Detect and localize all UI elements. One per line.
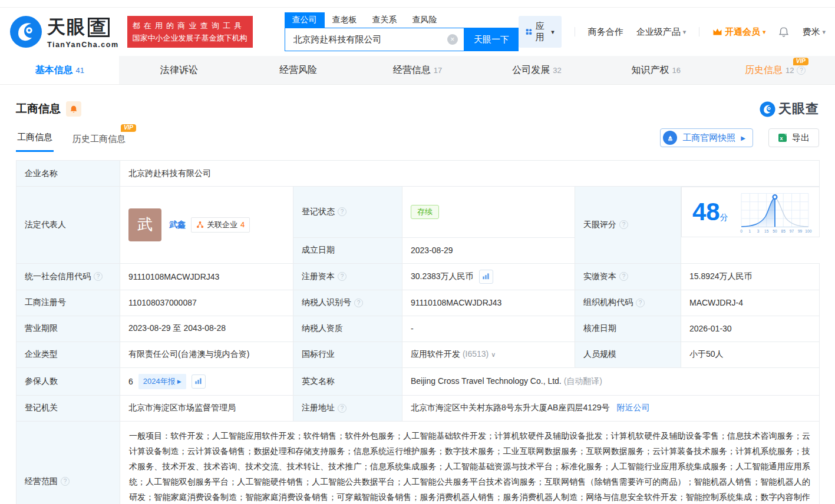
nearby-companies-link[interactable]: 附近公司 xyxy=(617,403,650,412)
capital-trend-icon[interactable] xyxy=(479,270,493,284)
reg-number-value: 110108037000087 xyxy=(120,290,293,316)
apps-grid-icon xyxy=(526,27,532,37)
watermark-text: 天眼查 xyxy=(778,100,819,118)
tab-legal-litigation[interactable]: 法律诉讼 xyxy=(119,56,238,84)
vip-badge: VIP xyxy=(793,58,808,65)
tab-operating-info[interactable]: 经营信息17 xyxy=(358,56,477,84)
help-icon[interactable]: ? xyxy=(338,207,346,216)
field-label: 登记机关 xyxy=(16,395,120,421)
help-icon[interactable]: ? xyxy=(636,299,645,307)
reg-capital-cell: 30.2383万人民币 xyxy=(402,263,575,290)
reg-address-cell: 北京市海淀区中关村东路8号东升大厦AB座四层4129号 附近公司 xyxy=(402,395,820,421)
svg-text:100: 100 xyxy=(805,229,811,233)
avatar[interactable]: 武 xyxy=(128,208,161,241)
subtab-history-business-info[interactable]: VIP 历史工商信息 xyxy=(71,125,127,152)
related-companies-badge[interactable]: 关联企业 4 xyxy=(191,217,250,233)
field-label: 法定代表人 xyxy=(16,187,120,264)
field-label: 注册资本? xyxy=(293,263,402,290)
tab-intellectual-property[interactable]: 知识产权16 xyxy=(596,56,715,84)
tab-history-info[interactable]: VIP 历史信息12 ? xyxy=(716,56,835,84)
help-icon[interactable]: ? xyxy=(338,272,346,281)
help-icon[interactable]: ? xyxy=(619,220,628,229)
svg-text:50: 50 xyxy=(773,229,777,233)
field-label: 企业名称 xyxy=(16,161,120,187)
approval-date-value: 2026-01-30 xyxy=(681,316,820,341)
svg-text:15: 15 xyxy=(764,229,769,233)
english-name-cell: Beijing Cross Travel Technology Co., Ltd… xyxy=(402,367,820,395)
help-icon[interactable]: ? xyxy=(619,272,628,281)
field-label: 实缴资本? xyxy=(575,263,681,290)
tab-basic-info[interactable]: 基本信息41 xyxy=(0,56,119,84)
english-name-value: Beijing Cross Travel Technology Co., Ltd… xyxy=(411,376,562,386)
help-icon[interactable]: ? xyxy=(338,404,346,413)
nav-open-vip[interactable]: 开通会员 ▾ xyxy=(712,26,766,38)
search-tab-risk[interactable]: 查风险 xyxy=(405,12,445,28)
excel-icon: x xyxy=(778,133,787,142)
top-divider xyxy=(0,0,835,8)
svg-text:1: 1 xyxy=(748,229,751,233)
nav-business-cooperation[interactable]: 商务合作 xyxy=(588,26,623,38)
apps-menu-button[interactable]: 应用 ▾ xyxy=(519,16,562,48)
search-tab-boss[interactable]: 查老板 xyxy=(325,12,365,28)
tab-operating-risk[interactable]: 经营风险 xyxy=(239,56,358,84)
insured-trend-icon[interactable] xyxy=(192,374,206,389)
subscribe-bell-button[interactable] xyxy=(66,101,81,117)
field-label: 英文名称 xyxy=(293,367,402,395)
header-nav: 应用 ▾ 商务合作 企业级产品 ▾ 开通会员 ▾ 费米 ▾ xyxy=(519,16,826,48)
help-icon[interactable]: ? xyxy=(797,66,806,75)
legal-rep-name-link[interactable]: 武鑫 xyxy=(169,220,186,230)
chevron-down-icon: ▾ xyxy=(763,28,766,36)
slogan-line1: 都在用的商业查询工具 xyxy=(133,19,247,32)
table-row: 工商注册号 110108037000087 纳税人识别号? 91110108MA… xyxy=(16,290,820,316)
industry-code: (I6513) xyxy=(463,349,489,359)
help-icon[interactable]: ? xyxy=(61,477,70,486)
field-label: 人员规模 xyxy=(575,341,681,367)
subtab-business-info[interactable]: 工商信息 xyxy=(16,124,54,152)
table-row: 法定代表人 武 武鑫 关联企业 4 登记状态? 存续 天眼评分 xyxy=(16,187,820,238)
field-label: 企业类型 xyxy=(16,341,120,367)
field-label: 工商注册号 xyxy=(16,290,120,316)
table-row: 营业期限 2023-08-29 至 2043-08-28 纳税人资质 - 核准日… xyxy=(16,316,820,341)
clear-icon[interactable]: × xyxy=(447,34,458,45)
search-input-wrap: × xyxy=(285,28,464,51)
reg-capital-value: 30.2383万人民币 xyxy=(411,271,474,282)
subtab-row: 工商信息 VIP 历史工商信息 工商官网快照 ▶ x 导出 xyxy=(0,118,835,152)
export-button[interactable]: x 导出 xyxy=(768,128,819,147)
vip-badge: VIP xyxy=(121,124,136,132)
search-tab-company[interactable]: 查公司 xyxy=(285,12,325,28)
establish-date-value: 2023-08-29 xyxy=(402,237,575,263)
tab-company-development[interactable]: 公司发展32 xyxy=(477,56,596,84)
table-row: 企业名称 北京跨赴科技有限公司 xyxy=(16,161,820,187)
svg-text:97: 97 xyxy=(789,229,794,233)
help-icon[interactable]: ? xyxy=(94,272,103,281)
tianyancha-logo-icon xyxy=(760,101,775,117)
svg-text:3: 3 xyxy=(757,229,759,233)
score-value: 48 xyxy=(692,198,720,226)
taxpayer-id-value: 91110108MACWJDRJ43 xyxy=(402,290,575,316)
official-snapshot-button[interactable]: 工商官网快照 ▶ xyxy=(660,128,753,147)
search-tabs: 查公司 查老板 查关系 查风险 xyxy=(285,12,519,28)
legal-rep-cell: 武 武鑫 关联企业 4 xyxy=(120,187,293,264)
primary-tab-bar: 基本信息41 法律诉讼 经营风险 经营信息17 公司发展32 知识产权16 VI… xyxy=(0,56,835,85)
user-menu[interactable]: 费米 ▾ xyxy=(802,26,826,38)
table-row: 登记机关 北京市海淀区市场监督管理局 注册地址? 北京市海淀区中关村东路8号东升… xyxy=(16,395,820,421)
industry-value: 应用软件开发 xyxy=(411,349,460,359)
search-button[interactable]: 天眼一下 xyxy=(464,28,519,51)
table-row: 统一社会信用代码? 91110108MACWJDRJ43 注册资本? 30.23… xyxy=(16,263,820,290)
search-tab-relation[interactable]: 查关系 xyxy=(365,12,405,28)
business-info-table: 企业名称 北京跨赴科技有限公司 法定代表人 武 武鑫 关联企业 4 登记状态? xyxy=(16,160,820,504)
nav-enterprise-products[interactable]: 企业级产品 ▾ xyxy=(636,26,687,38)
field-label: 天眼评分? xyxy=(575,187,681,264)
help-icon[interactable]: ? xyxy=(354,299,363,307)
field-label: 纳税人资质 xyxy=(293,316,402,341)
industry-cell[interactable]: 应用软件开发 (I6513) ∨ xyxy=(402,341,575,367)
chevron-down-icon: ▾ xyxy=(683,28,687,36)
chevron-down-icon: ▾ xyxy=(822,28,826,36)
tianyancha-logo[interactable]: 天眼查 TianYanCha.com xyxy=(9,15,119,49)
score-cell[interactable]: 48分 xyxy=(681,187,820,237)
reg-address-value: 北京市海淀区中关村东路8号东升大厦AB座四层4129号 xyxy=(411,403,610,412)
annual-report-badge[interactable]: 2024年报 ▶ xyxy=(138,374,186,389)
search-input[interactable] xyxy=(292,34,447,45)
bell-icon xyxy=(70,105,78,114)
notification-bell-button[interactable] xyxy=(778,26,789,38)
